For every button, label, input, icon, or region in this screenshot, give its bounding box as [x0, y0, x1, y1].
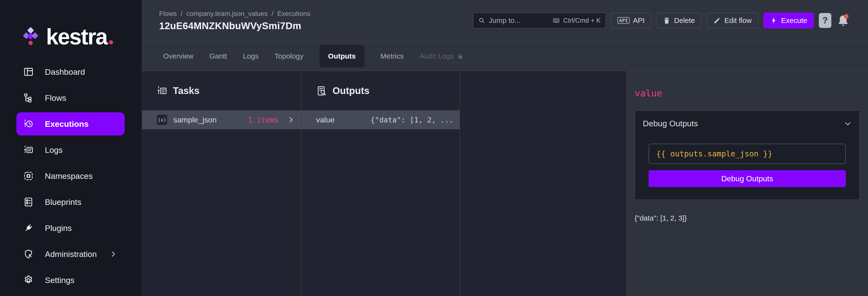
breadcrumb: Flows / company.team.json_values / Execu…	[159, 10, 310, 18]
sidebar-item-administration[interactable]: Administration	[17, 242, 125, 266]
timeline-text-icon	[23, 144, 34, 155]
api-button-label: API	[633, 17, 645, 25]
sidebar-nav: Dashboard Flows Executions	[0, 60, 142, 292]
tab-logs[interactable]: Logs	[243, 52, 258, 60]
sidebar-item-blueprints[interactable]: Blueprints	[17, 190, 125, 213]
expression-input[interactable]: {{ outputs.sample_json }}	[649, 144, 846, 164]
search-icon	[478, 17, 485, 24]
delete-button[interactable]: Delete	[656, 12, 702, 28]
search-shortcut-label: Ctrl/Cmd + K	[563, 17, 600, 24]
bell-icon	[836, 13, 850, 28]
expression-value: {{ outputs.sample_json }}	[656, 149, 773, 158]
sidebar-item-label: Dashboard	[45, 67, 85, 77]
debug-outputs-card-header[interactable]: Debug Outputs	[635, 111, 859, 134]
sidebar-item-label: Executions	[45, 119, 89, 129]
help-icon: ?	[823, 15, 828, 26]
edit-flow-button[interactable]: Edit flow	[707, 12, 758, 28]
namespace-icon	[23, 171, 34, 181]
text-box-search-icon	[316, 85, 327, 96]
sidebar-item-label: Settings	[45, 275, 74, 285]
task-items-count: 1 items	[248, 116, 278, 124]
notifications-button[interactable]	[836, 13, 850, 28]
sidebar-item-label: Administration	[45, 250, 97, 259]
task-name: sample_json	[173, 116, 217, 124]
execute-button-label: Execute	[781, 17, 807, 25]
help-button[interactable]: ?	[819, 13, 831, 28]
outputs-column-title: Outputs	[333, 85, 369, 96]
tab-audit-logs[interactable]: Audit Logs	[420, 52, 464, 60]
chevron-right-icon	[287, 116, 295, 124]
tab-topology[interactable]: Topology	[274, 52, 303, 60]
tab-overview[interactable]: Overview	[163, 52, 193, 60]
tab-metrics[interactable]: Metrics	[380, 52, 404, 60]
breadcrumb-flows[interactable]: Flows	[159, 10, 177, 18]
sidebar-item-logs[interactable]: Logs	[17, 138, 125, 162]
timeline-text-icon	[156, 85, 167, 96]
blueprints-icon	[23, 197, 34, 207]
outputs-content: Tasks (x) sample_json 1 items	[142, 71, 868, 296]
pencil-icon	[713, 17, 721, 24]
outputs-column-header: Outputs	[302, 71, 460, 110]
trash-icon	[663, 17, 671, 24]
tasks-column-header: Tasks	[142, 71, 301, 110]
outputs-column: Outputs value {"data": [1, 2, ...	[302, 71, 460, 296]
page-title: 12uE64MNZKNbuWVySmi7Dm	[159, 21, 310, 31]
app-window: kestra Dashboard Flows	[0, 0, 868, 296]
lock-icon	[457, 53, 464, 60]
sidebar-item-label: Namespaces	[45, 171, 93, 181]
lightning-bolt-icon	[770, 17, 778, 24]
debug-outputs-card-title: Debug Outputs	[643, 119, 698, 128]
keyboard-icon	[552, 17, 560, 24]
execute-button[interactable]: Execute	[763, 12, 814, 28]
notification-dot	[844, 14, 848, 19]
tasks-column: Tasks (x) sample_json 1 items	[142, 71, 302, 296]
output-row-value[interactable]: value {"data": [1, 2, ...	[302, 110, 460, 130]
breadcrumb-and-title: Flows / company.team.json_values / Execu…	[159, 10, 310, 31]
kestra-wordmark: kestra	[46, 24, 113, 50]
api-button[interactable]: API API	[611, 12, 651, 28]
power-plug-icon	[23, 223, 34, 233]
sidebar-item-label: Logs	[45, 145, 63, 155]
shield-account-icon	[23, 249, 34, 259]
top-bar: Flows / company.team.json_values / Execu…	[142, 0, 868, 41]
breadcrumb-executions[interactable]: Executions	[277, 10, 310, 18]
task-row-sample-json[interactable]: (x) sample_json 1 items	[142, 110, 301, 130]
tab-gantt[interactable]: Gantt	[209, 52, 227, 60]
debug-outputs-button-label: Debug Outputs	[721, 174, 773, 183]
output-key: value	[316, 116, 335, 124]
sidebar-item-executions[interactable]: Executions	[17, 112, 125, 135]
tab-outputs[interactable]: Outputs	[319, 45, 365, 67]
edit-flow-button-label: Edit flow	[724, 17, 751, 25]
execution-tabs: Overview Gantt Logs Topology Outputs Met…	[142, 41, 868, 71]
api-icon: API	[618, 17, 629, 24]
main-area: Flows / company.team.json_values / Execu…	[142, 0, 868, 296]
output-detail-panel: value Debug Outputs {{ outputs.sample_js…	[626, 71, 868, 296]
search-shortcut: Ctrl/Cmd + K	[552, 17, 600, 24]
breadcrumb-namespace-flow[interactable]: company.team.json_values	[186, 10, 268, 18]
cog-icon	[23, 275, 34, 286]
sidebar-item-plugins[interactable]: Plugins	[17, 217, 125, 240]
next-level-column	[460, 71, 626, 296]
chevron-right-icon	[109, 250, 117, 258]
task-type-icon: (x)	[156, 114, 167, 125]
view-dashboard-icon	[23, 67, 34, 77]
sidebar-item-flows[interactable]: Flows	[17, 86, 125, 109]
sidebar: kestra Dashboard Flows	[0, 0, 142, 296]
sidebar-item-label: Flows	[45, 93, 66, 103]
debug-result-text: {"data": [1, 2, 3]}	[634, 214, 860, 222]
delete-button-label: Delete	[674, 17, 695, 25]
search-placeholder: Jump to...	[489, 17, 521, 25]
debug-outputs-button[interactable]: Debug Outputs	[649, 170, 846, 187]
output-detail-title: value	[634, 88, 860, 99]
jump-to-search-input[interactable]: Jump to... Ctrl/Cmd + K	[473, 12, 606, 28]
kestra-logo-icon	[23, 27, 39, 47]
sidebar-item-namespaces[interactable]: Namespaces	[17, 164, 125, 188]
tasks-column-title: Tasks	[173, 85, 199, 96]
sidebar-item-settings[interactable]: Settings	[17, 268, 125, 292]
debug-outputs-card: Debug Outputs {{ outputs.sample_json }} …	[634, 110, 860, 200]
output-value-preview: {"data": [1, 2, ...	[371, 116, 453, 124]
sidebar-item-label: Plugins	[45, 224, 72, 233]
sidebar-item-dashboard[interactable]: Dashboard	[17, 60, 125, 84]
breadcrumb-separator: /	[181, 10, 183, 18]
kestra-logo[interactable]: kestra	[23, 26, 142, 48]
